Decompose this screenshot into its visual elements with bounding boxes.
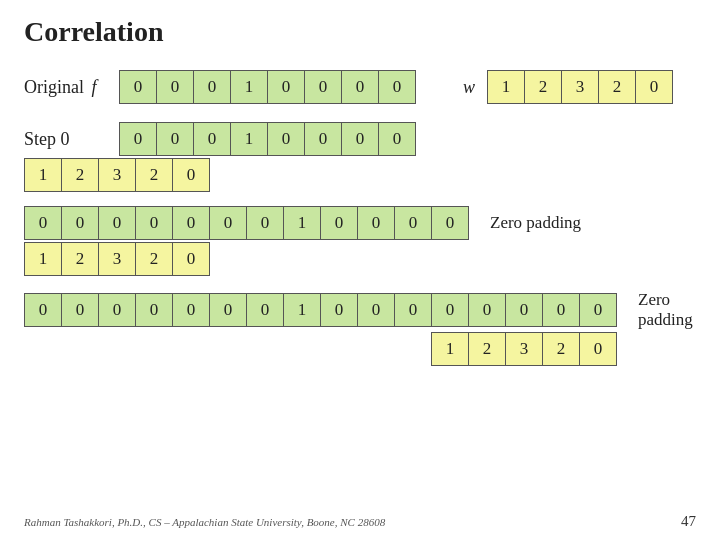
cell: 1 bbox=[431, 332, 469, 366]
original-label: Original f bbox=[24, 77, 119, 98]
footer-text: Rahman Tashakkori, Ph.D., CS – Appalachi… bbox=[24, 516, 385, 528]
cell: 0 bbox=[135, 293, 173, 327]
sec2-top-cells: 000000010000 bbox=[24, 206, 468, 240]
cell: 2 bbox=[61, 242, 99, 276]
cell: 1 bbox=[230, 70, 268, 104]
cell: 0 bbox=[320, 293, 358, 327]
cell: 0 bbox=[119, 70, 157, 104]
cell: 0 bbox=[172, 293, 210, 327]
step0-label: Step 0 bbox=[24, 129, 119, 150]
cell: 0 bbox=[341, 122, 379, 156]
cell: 2 bbox=[598, 70, 636, 104]
cell: 0 bbox=[579, 293, 617, 327]
cell: 0 bbox=[635, 70, 673, 104]
cell: 0 bbox=[267, 122, 305, 156]
section3: 0000000100000000 Zero padding 12320 bbox=[24, 290, 696, 366]
cell: 0 bbox=[304, 70, 342, 104]
cell: 0 bbox=[394, 206, 432, 240]
cell: 0 bbox=[193, 70, 231, 104]
cell: 3 bbox=[98, 158, 136, 192]
cell: 2 bbox=[135, 158, 173, 192]
w-label: w bbox=[463, 77, 475, 98]
cell: 0 bbox=[209, 293, 247, 327]
cell: 0 bbox=[24, 206, 62, 240]
cell: 3 bbox=[505, 332, 543, 366]
cell: 0 bbox=[304, 122, 342, 156]
cell: 0 bbox=[61, 206, 99, 240]
main-page: Correlation Original f 00010000 w 12320 … bbox=[0, 0, 720, 540]
cell: 0 bbox=[341, 70, 379, 104]
step0-top-cells: 00010000 bbox=[119, 122, 415, 156]
cell: 0 bbox=[135, 206, 173, 240]
cell: 0 bbox=[156, 122, 194, 156]
cell: 2 bbox=[135, 242, 173, 276]
section2: 000000010000 Zero padding 12320 bbox=[24, 206, 696, 276]
cell: 0 bbox=[378, 122, 416, 156]
step0-section: Step 0 00010000 12320 bbox=[24, 122, 696, 192]
cell: 0 bbox=[172, 242, 210, 276]
cell: 0 bbox=[246, 293, 284, 327]
cell: 0 bbox=[431, 293, 469, 327]
cell: 2 bbox=[524, 70, 562, 104]
cell: 0 bbox=[193, 122, 231, 156]
cell: 0 bbox=[98, 206, 136, 240]
sec2-zero-padding: Zero padding bbox=[490, 213, 581, 233]
cell: 0 bbox=[172, 158, 210, 192]
sec3-bottom-cells: 12320 bbox=[431, 332, 616, 366]
original-f-cells: 00010000 bbox=[119, 70, 415, 104]
step0-bottom-cells: 12320 bbox=[24, 158, 209, 192]
cell: 0 bbox=[468, 293, 506, 327]
cell: 2 bbox=[61, 158, 99, 192]
cell: 0 bbox=[505, 293, 543, 327]
footer: Rahman Tashakkori, Ph.D., CS – Appalachi… bbox=[24, 513, 696, 530]
cell: 0 bbox=[24, 293, 62, 327]
cell: 0 bbox=[246, 206, 284, 240]
cell: 0 bbox=[267, 70, 305, 104]
sec3-top-cells: 0000000100000000 bbox=[24, 293, 616, 327]
cell: 3 bbox=[561, 70, 599, 104]
cell: 1 bbox=[24, 158, 62, 192]
cell: 2 bbox=[468, 332, 506, 366]
cell: 0 bbox=[357, 293, 395, 327]
cell: 1 bbox=[283, 206, 321, 240]
cell: 3 bbox=[98, 242, 136, 276]
cell: 0 bbox=[61, 293, 99, 327]
cell: 0 bbox=[579, 332, 617, 366]
cell: 0 bbox=[98, 293, 136, 327]
cell: 2 bbox=[542, 332, 580, 366]
sec2-bottom-cells: 12320 bbox=[24, 242, 209, 276]
cell: 0 bbox=[357, 206, 395, 240]
cell: 0 bbox=[320, 206, 358, 240]
cell: 1 bbox=[283, 293, 321, 327]
cell: 0 bbox=[172, 206, 210, 240]
w-cells: 12320 bbox=[487, 70, 672, 104]
sec3-zero-padding: Zero padding bbox=[638, 290, 696, 330]
cell: 0 bbox=[431, 206, 469, 240]
cell: 1 bbox=[230, 122, 268, 156]
cell: 1 bbox=[24, 242, 62, 276]
page-number: 47 bbox=[681, 513, 696, 530]
cell: 1 bbox=[487, 70, 525, 104]
cell: 0 bbox=[156, 70, 194, 104]
page-title: Correlation bbox=[24, 16, 696, 48]
cell: 0 bbox=[394, 293, 432, 327]
cell: 0 bbox=[209, 206, 247, 240]
cell: 0 bbox=[542, 293, 580, 327]
cell: 0 bbox=[378, 70, 416, 104]
cell: 0 bbox=[119, 122, 157, 156]
